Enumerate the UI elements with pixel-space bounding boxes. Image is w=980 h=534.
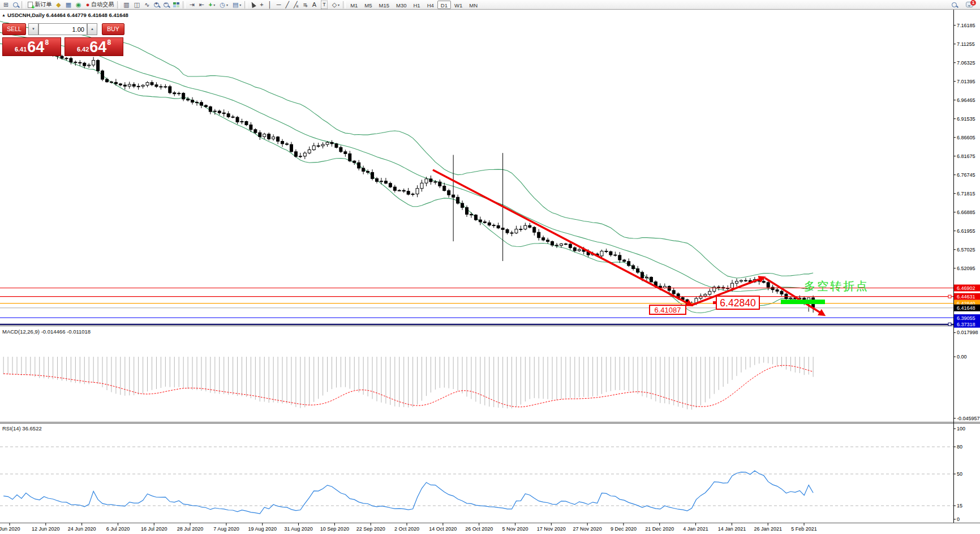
buy-button[interactable]: BUY [102, 23, 124, 35]
chart-line-icon[interactable]: ∿ [142, 1, 152, 9]
notification-badge: 1 [970, 0, 976, 6]
svg-text:0.017998: 0.017998 [957, 330, 978, 335]
shapes-icon[interactable]: ◇▾ [330, 1, 342, 9]
label-icon[interactable]: T [319, 1, 330, 9]
annotation-turning-point[interactable]: 多空转折点 [804, 279, 869, 294]
zoom-in-icon[interactable]: + [152, 1, 161, 9]
chart-candles-icon[interactable]: ◫ [132, 1, 142, 9]
autotrading-button[interactable]: ●自动交易 [84, 1, 117, 9]
svg-text:6.44631: 6.44631 [957, 294, 975, 300]
price-level-line-6.41648[interactable]: 6.41648 [0, 305, 980, 311]
svg-text:6.39055: 6.39055 [957, 315, 975, 321]
buy-price-display[interactable]: 6.42648 [65, 37, 123, 56]
profiles-icon[interactable] [11, 1, 20, 9]
svg-text:6.91535: 6.91535 [957, 116, 975, 122]
new-order-button[interactable]: +新订单 [25, 1, 54, 9]
timeframe-H4[interactable]: H4 [424, 1, 437, 9]
svg-text:10 Sep 2020: 10 Sep 2020 [320, 526, 349, 532]
svg-text:5 Feb 2021: 5 Feb 2021 [791, 526, 817, 532]
templates-icon[interactable]: ▤▾ [230, 1, 243, 9]
svg-text:31 Aug 2020: 31 Aug 2020 [284, 526, 313, 532]
price-level-line-6.37318[interactable]: 6.37318 [0, 321, 980, 328]
buy-price-point: 8 [107, 39, 111, 46]
rsi-line [3, 471, 813, 514]
channel-icon[interactable]: ╱E [291, 1, 301, 9]
svg-text:6 Jul 2020: 6 Jul 2020 [106, 526, 130, 532]
text-icon[interactable]: A [310, 1, 319, 9]
volume-input[interactable] [38, 23, 87, 35]
chart-title: ▲USDCNH,Daily 6.44464 6.44779 6.41648 6.… [2, 12, 128, 18]
timeframe-M30[interactable]: M30 [393, 1, 410, 9]
svg-text:7.16185: 7.16185 [957, 23, 975, 28]
autoscroll-icon[interactable]: ⇥ [187, 1, 196, 9]
crosshair-icon[interactable]: + [257, 1, 265, 9]
svg-text:27 Nov 2020: 27 Nov 2020 [573, 526, 602, 532]
timeframe-MN[interactable]: MN [466, 1, 481, 9]
highlight-rect[interactable] [781, 300, 825, 304]
chart-bars-icon[interactable]: ▥ [121, 1, 131, 9]
svg-text:17 Nov 2020: 17 Nov 2020 [537, 526, 566, 532]
cursor-icon[interactable] [248, 1, 257, 9]
vertical-line-icon[interactable]: │ [266, 1, 274, 9]
svg-text:7.06325: 7.06325 [957, 60, 975, 66]
new-chart-icon[interactable]: ⊞ [1, 1, 11, 9]
annotation-level-price[interactable]: 6.42840 [716, 296, 760, 310]
add-indicator-icon[interactable]: +▾ [207, 1, 217, 9]
svg-text:22 Sep 2020: 22 Sep 2020 [356, 526, 385, 532]
timeframe-M15[interactable]: M15 [376, 1, 393, 9]
svg-text:Jun 2020: Jun 2020 [0, 526, 20, 532]
fibonacci-icon[interactable]: ≡F [301, 1, 310, 9]
market-watch-icon[interactable]: ▦ [63, 1, 74, 9]
svg-text:24 Jun 2020: 24 Jun 2020 [68, 526, 96, 532]
pane-frame [0, 10, 980, 523]
price-level-line-6.44631[interactable]: 6.44631 [0, 293, 980, 300]
svg-text:80: 80 [957, 444, 962, 450]
trend-arrow-1[interactable] [433, 170, 691, 305]
svg-text:16 Jul 2020: 16 Jul 2020 [141, 526, 167, 532]
price-level-line-6.39055[interactable]: 6.39055 [0, 314, 980, 321]
signals-icon[interactable]: ◉ [74, 1, 84, 9]
svg-text:2 Oct 2020: 2 Oct 2020 [394, 526, 419, 532]
timeframe-H1[interactable]: H1 [410, 1, 424, 9]
price-level-line-6.42840[interactable]: 6.42840 [0, 300, 980, 307]
horizontal-line-icon[interactable]: ─ [274, 1, 283, 9]
macd-indicator-label: MACD(12,26,9) -0.014466 -0.011018 [2, 328, 91, 335]
timeframe-M1[interactable]: M1 [347, 1, 361, 9]
svg-text:6.52095: 6.52095 [957, 266, 975, 271]
svg-text:6.66885: 6.66885 [957, 210, 975, 215]
chat-icon[interactable]: 1 [964, 1, 975, 9]
periods-icon[interactable]: ◷▾ [217, 1, 230, 9]
chart-canvas: 7.161857.112557.063257.013956.964656.915… [0, 0, 980, 534]
new-order-button-label: 新订单 [35, 1, 51, 8]
trendline-icon[interactable]: ╱ [283, 1, 291, 9]
rsi-indicator-label: RSI(14) 36.6522 [2, 425, 42, 432]
svg-text:14 Jan 2021: 14 Jan 2021 [718, 526, 746, 532]
svg-text:28 Jul 2020: 28 Jul 2020 [177, 526, 204, 532]
annotation-low-price[interactable]: 6.41087 [649, 305, 686, 315]
tile-windows-icon[interactable] [171, 1, 182, 9]
chart-shift-icon[interactable]: ⇤ [197, 1, 207, 9]
bollinger-bands [0, 21, 813, 313]
volume-decrease-button[interactable]: ▼ [28, 23, 38, 35]
search-icon[interactable] [949, 1, 959, 9]
sell-price-display[interactable]: 6.41648 [2, 37, 61, 56]
svg-text:6.71815: 6.71815 [957, 191, 975, 196]
timeframe-D1[interactable]: D1 [437, 1, 451, 9]
zoom-out-icon[interactable]: − [161, 1, 171, 9]
svg-text:7.01395: 7.01395 [957, 79, 975, 84]
svg-text:6.96465: 6.96465 [957, 97, 975, 103]
timeframe-M5[interactable]: M5 [361, 1, 375, 9]
svg-text:6.41648: 6.41648 [957, 305, 975, 311]
autotrading-button-label: 自动交易 [91, 1, 114, 8]
sell-price-pips: 64 [27, 40, 44, 54]
timeframe-W1[interactable]: W1 [451, 1, 466, 9]
sell-button[interactable]: SELL [2, 23, 26, 35]
svg-text:19 Aug 2020: 19 Aug 2020 [248, 526, 277, 532]
svg-text:6.57025: 6.57025 [957, 247, 975, 253]
symbol-marker-icon: ▲ [2, 13, 6, 17]
buy-price-pips: 64 [89, 40, 106, 54]
volume-increase-button[interactable]: ▲ [87, 23, 97, 35]
candlesticks [16, 41, 815, 313]
svg-text:21 Dec 2020: 21 Dec 2020 [645, 526, 674, 532]
metaeditor-icon[interactable]: ◆ [54, 1, 63, 9]
